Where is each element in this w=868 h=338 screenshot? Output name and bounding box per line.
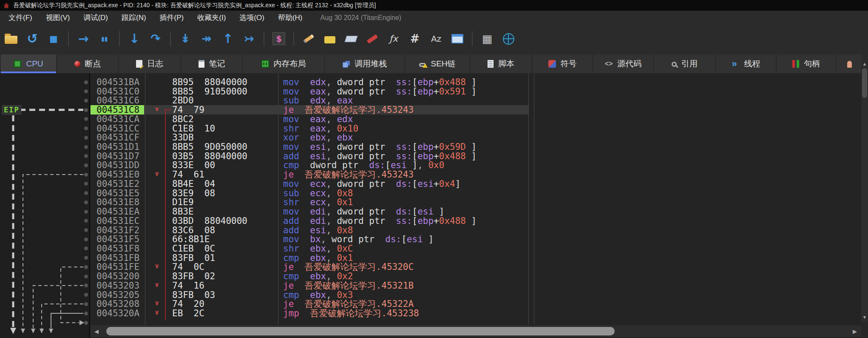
breakpoint-dot[interactable] (84, 238, 88, 241)
case-icon[interactable]: Az (429, 31, 443, 46)
menu-options[interactable]: 选项(O) (233, 13, 271, 23)
disasm-row-004531C0[interactable]: 004531C08B85 91050000mov eax, dword ptr … (0, 87, 861, 96)
hash-icon[interactable]: # (408, 31, 422, 46)
disasm-row-00453208[interactable]: 00453208∨74 20je 吾爱破解论坛学习.45322A (0, 299, 861, 309)
breakpoint-dot[interactable] (84, 80, 88, 84)
scroll-up-arrow[interactable]: ▲ (861, 60, 868, 67)
breakpoint-dot[interactable] (84, 99, 88, 103)
tab-seh-chain[interactable]: SEH链 (406, 54, 469, 73)
bytes-cell: 66:8B1E (172, 235, 210, 244)
disasm-row-004531DD[interactable]: 004531DD833E 00cmp dword ptr ds:[esi ], … (0, 160, 861, 170)
tab-symbols[interactable]: 符号 (533, 54, 592, 73)
menu-plugins[interactable]: 插件(P) (153, 13, 191, 23)
step-into-icon[interactable]: ↓ (128, 31, 141, 46)
disasm-row-00453205[interactable]: 0045320583FB 03cmp ebx, 0x3 (0, 290, 861, 300)
tab-trace-partial[interactable] (837, 54, 862, 73)
menu-debug[interactable]: 调试(D) (77, 13, 115, 23)
eip-address-cell: 004531C8 (91, 105, 144, 115)
tab-log[interactable]: 日志 (119, 54, 180, 73)
disasm-row-004531F2[interactable]: 004531F283C6 08add esi, 0x8 (0, 226, 861, 235)
breakpoint-dot[interactable] (84, 228, 88, 232)
disasm-row-004531FB[interactable]: 004531FB83FB 01cmp ebx, 0x1 (0, 253, 861, 263)
disasm-row-004531C6[interactable]: 004531C62BD0sub edx, eax (0, 96, 861, 105)
window-icon[interactable] (451, 31, 464, 46)
comment-icon[interactable] (323, 31, 337, 46)
menu-view[interactable]: 视图(V) (39, 13, 77, 23)
disasm-row-004531CA[interactable]: 004531CA8BC2mov eax, edx (0, 115, 861, 124)
breakpoint-dot[interactable] (84, 163, 88, 167)
tab-script[interactable]: 脚本 (471, 54, 531, 73)
step-over-icon[interactable]: ↷ (149, 31, 162, 46)
stop-icon[interactable]: ■ (47, 31, 60, 46)
tab-threads[interactable]: »线程 (716, 54, 776, 73)
breakpoint-dot[interactable] (84, 293, 88, 297)
bytes-cell: 833E 00 (172, 160, 215, 170)
disasm-row-004531E8[interactable]: 004531E8D1E9shr ecx, 0x1 (0, 198, 861, 207)
breakpoint-dot[interactable] (84, 201, 88, 204)
patch-icon[interactable] (302, 31, 315, 46)
tab-breakpoints[interactable]: 断点 (57, 54, 118, 73)
menu-trace[interactable]: 跟踪(N) (115, 13, 153, 23)
breakpoint-dot[interactable] (84, 302, 88, 306)
breakpoint-dot[interactable] (84, 321, 88, 325)
menu-file[interactable]: 文件(F) (2, 13, 39, 23)
vertical-scrollbar-thumb[interactable] (862, 68, 867, 98)
eraser-icon[interactable] (344, 31, 358, 46)
disasm-row-004531CF[interactable]: 004531CF33DBxor ebx, ebx (0, 133, 861, 142)
disasm-row-004531D1[interactable]: 004531D18BB5 9D050000mov esi, dword ptr … (0, 142, 861, 152)
breakpoint-dot[interactable] (84, 173, 88, 177)
instruction-cell: je 吾爱破解论坛学习.45320C (283, 262, 414, 272)
disasm-row-00453200[interactable]: 0045320083FB 02cmp ebx, 0x2 (0, 272, 861, 281)
restart-icon[interactable]: ↺ (26, 31, 39, 46)
animate-over-icon[interactable]: ↠ (200, 31, 213, 46)
run-to-user-code-icon[interactable]: ↣ (242, 31, 256, 46)
disassembly-view[interactable]: EIP 004531BA8B95 88040000mov edx, dword … (0, 73, 868, 338)
vertical-scrollbar[interactable]: ▲ ▼ (861, 60, 868, 321)
disasm-row-0045320A[interactable]: 0045320A∨EB 2Cjmp 吾爱破解论坛学习.453238 (0, 309, 861, 318)
tab-handles[interactable]: 句柄 (777, 54, 835, 73)
pause-icon[interactable]: ▮▮ (98, 31, 111, 46)
breakpoint-dot[interactable] (84, 136, 88, 140)
breakpoint-dot[interactable] (84, 108, 88, 112)
fx-icon[interactable]: ƒx (387, 31, 400, 46)
tab-source[interactable]: <>源代码 (593, 54, 653, 73)
horizontal-scrollbar[interactable]: ◀ ▶ (90, 325, 861, 337)
disasm-row-004531F8[interactable]: 004531F8C1EB 0Cshr ebx, 0xC (0, 244, 861, 253)
disasm-row-004531C8[interactable]: 004531C8∨74 79je 吾爱破解论坛学习.453243 (0, 105, 861, 115)
disasm-row-004531E2[interactable]: 004531E28B4E 04mov ecx, dword ptr ds:[es… (0, 179, 861, 189)
disasm-row-004531BA[interactable]: 004531BA8B95 88040000mov edx, dword ptr … (0, 77, 861, 87)
execute-till-return-icon[interactable]: ↑ (221, 31, 235, 46)
tab-call-stack[interactable]: 调用堆栈 (325, 54, 404, 73)
menu-help[interactable]: 帮助(H) (271, 13, 309, 23)
scroll-down-arrow[interactable]: ▼ (861, 314, 868, 321)
menu-favourites[interactable]: 收藏夹(I) (190, 13, 233, 23)
tab-notes[interactable]: 笔记 (182, 54, 242, 73)
disasm-row-004531E5[interactable]: 004531E583E9 08sub ecx, 0x8 (0, 189, 861, 198)
run-icon[interactable]: → (77, 31, 90, 46)
hide-debugger-icon[interactable]: $ (272, 31, 286, 46)
horizontal-scrollbar-thumb[interactable] (106, 327, 615, 335)
breakpoint-dot[interactable] (84, 312, 88, 315)
disasm-row-004531FE[interactable]: 004531FE∨74 0Cje 吾爱破解论坛学习.45320C (0, 262, 861, 272)
animate-into-icon[interactable]: ↡ (179, 31, 192, 46)
disasm-row-004531EA[interactable]: 004531EA8B3Emov edi, dword ptr ds:[esi ] (0, 207, 861, 216)
disasm-row-004531D7[interactable]: 004531D703B5 88040000add esi, dword ptr … (0, 152, 861, 161)
tab-cpu[interactable]: CPU (1, 54, 56, 73)
highlight-icon[interactable] (366, 31, 379, 46)
breakpoint-dot[interactable] (84, 275, 88, 278)
breakpoint-dot[interactable] (84, 145, 88, 149)
disasm-row-004531CC[interactable]: 004531CCC1E8 10shr eax, 0x10 (0, 124, 861, 133)
globe-icon[interactable] (502, 31, 515, 46)
disasm-row-004531F5[interactable]: 004531F566:8B1Emov bx, word ptr ds:[esi … (0, 235, 861, 244)
open-file-icon[interactable] (4, 31, 18, 46)
tab-memory-map[interactable]: 内存布局 (243, 54, 324, 73)
scroll-right-arrow[interactable]: ▶ (849, 325, 860, 337)
scroll-left-arrow[interactable]: ◀ (91, 325, 102, 337)
breakpoint-dot[interactable] (84, 265, 88, 269)
disasm-row-00453203[interactable]: 00453203∨74 16je 吾爱破解论坛学习.45321B (0, 281, 861, 290)
disasm-row-004531EC[interactable]: 004531EC03BD 88040000add edi, dword ptr … (0, 216, 861, 226)
disasm-row-004531E0[interactable]: 004531E0∨74 61je 吾爱破解论坛学习.453243 (0, 170, 861, 179)
breakpoint-dot[interactable] (84, 210, 88, 214)
tab-references[interactable]: 引用 (654, 54, 715, 73)
calculator-icon[interactable]: ▦ (480, 31, 494, 46)
